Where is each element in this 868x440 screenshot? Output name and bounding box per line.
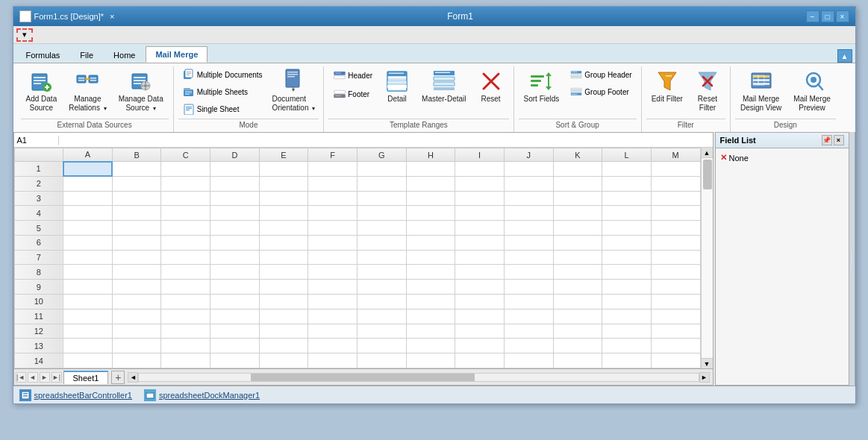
cell-H2[interactable]	[406, 176, 455, 191]
cell-H11[interactable]	[406, 309, 455, 324]
cell-I9[interactable]	[455, 280, 505, 295]
cell-K2[interactable]	[553, 176, 602, 191]
multiple-documents-button[interactable]: Multiple Documents	[178, 66, 267, 83]
cell-M11[interactable]	[651, 309, 700, 324]
cell-M8[interactable]	[651, 265, 700, 280]
cell-H14[interactable]	[406, 353, 455, 368]
manage-data-source-button[interactable]: Manage DataSource ▾	[113, 66, 169, 116]
cell-B6[interactable]	[112, 235, 161, 250]
cell-J14[interactable]	[504, 353, 553, 368]
cell-E6[interactable]	[259, 235, 308, 250]
cell-E4[interactable]	[259, 206, 308, 221]
cell-K12[interactable]	[553, 324, 602, 339]
mail-merge-preview-button[interactable]: Mail MergePreview	[788, 66, 835, 116]
cell-G2[interactable]	[357, 176, 406, 191]
cell-G3[interactable]	[357, 191, 406, 206]
status-item-1[interactable]: spreadsheetBarController1	[19, 389, 132, 401]
cell-G7[interactable]	[357, 250, 406, 265]
cell-M14[interactable]	[651, 353, 700, 368]
cell-F7[interactable]	[308, 250, 357, 265]
cell-K5[interactable]	[553, 221, 602, 236]
cell-J13[interactable]	[504, 339, 553, 353]
cell-B5[interactable]	[112, 221, 161, 236]
cell-J9[interactable]	[504, 280, 553, 295]
cell-I8[interactable]	[455, 265, 505, 280]
footer-button[interactable]: Footer	[328, 85, 378, 103]
cell-I13[interactable]	[455, 339, 505, 353]
cell-K1[interactable]	[553, 162, 602, 177]
cell-M12[interactable]	[651, 324, 700, 339]
cell-G11[interactable]	[357, 309, 406, 324]
h-scroll-track[interactable]	[138, 373, 699, 382]
cell-B8[interactable]	[112, 265, 161, 280]
sheet-tab-sheet1[interactable]: Sheet1	[63, 371, 109, 384]
close-button[interactable]: ×	[836, 10, 849, 22]
cell-I1[interactable]	[455, 162, 505, 177]
group-footer-button[interactable]: Group Footer	[566, 84, 636, 100]
manage-relations-button[interactable]: ManageRelations ▾	[63, 66, 111, 116]
add-sheet-button[interactable]: +	[111, 371, 125, 384]
cell-L13[interactable]	[602, 339, 652, 353]
cell-I2[interactable]	[455, 176, 505, 191]
cell-D9[interactable]	[210, 280, 260, 295]
multiple-sheets-button[interactable]: Multiple Sheets	[178, 84, 267, 100]
cell-A8[interactable]	[63, 265, 113, 280]
cell-L5[interactable]	[602, 221, 652, 236]
cell-B2[interactable]	[112, 176, 161, 191]
cell-M10[interactable]	[651, 295, 700, 309]
tab-home[interactable]: Home	[104, 46, 145, 63]
cell-M6[interactable]	[651, 235, 700, 250]
cell-K8[interactable]	[553, 265, 602, 280]
cell-M3[interactable]	[651, 191, 700, 206]
cell-M13[interactable]	[651, 339, 700, 353]
cell-J12[interactable]	[504, 324, 553, 339]
cell-C9[interactable]	[161, 280, 210, 295]
cell-B3[interactable]	[112, 191, 161, 206]
cell-A13[interactable]	[63, 339, 113, 353]
cell-F2[interactable]	[308, 176, 357, 191]
cell-E1[interactable]	[259, 162, 308, 177]
cell-K4[interactable]	[553, 206, 602, 221]
cell-H7[interactable]	[406, 250, 455, 265]
cell-K3[interactable]	[553, 191, 602, 206]
cell-K13[interactable]	[553, 339, 602, 353]
add-data-source-button[interactable]: Add DataSource	[21, 66, 63, 116]
cell-G5[interactable]	[357, 221, 406, 236]
cell-A9[interactable]	[63, 280, 113, 295]
cell-B14[interactable]	[112, 353, 161, 368]
ribbon-collapse-btn[interactable]: ▲	[837, 49, 852, 63]
cell-L12[interactable]	[602, 324, 652, 339]
cell-E5[interactable]	[259, 221, 308, 236]
sheet-nav-first[interactable]: |◄	[16, 372, 26, 383]
sheet-nav-next[interactable]: ►	[40, 372, 50, 383]
cell-I6[interactable]	[455, 235, 505, 250]
cell-F4[interactable]	[308, 206, 357, 221]
cell-H12[interactable]	[406, 324, 455, 339]
cell-G14[interactable]	[357, 353, 406, 368]
cell-K9[interactable]	[553, 280, 602, 295]
cell-F6[interactable]	[308, 235, 357, 250]
cell-B7[interactable]	[112, 250, 161, 265]
cell-J3[interactable]	[504, 191, 553, 206]
sheet-nav-last[interactable]: ►|	[51, 372, 62, 383]
cell-C2[interactable]	[161, 176, 210, 191]
cell-C11[interactable]	[161, 309, 210, 324]
reset-button[interactable]: Reset	[473, 66, 509, 107]
cell-G6[interactable]	[357, 235, 406, 250]
cell-F5[interactable]	[308, 221, 357, 236]
cell-M7[interactable]	[651, 250, 700, 265]
sheet-nav-prev[interactable]: ◄	[28, 372, 38, 383]
cell-D13[interactable]	[210, 339, 260, 353]
cell-B9[interactable]	[112, 280, 161, 295]
cell-H4[interactable]	[406, 206, 455, 221]
cell-I4[interactable]	[455, 206, 505, 221]
cell-E10[interactable]	[259, 295, 308, 309]
scroll-thumb-v[interactable]	[703, 160, 712, 189]
status-item-2[interactable]: spreadsheetDockManager1	[144, 389, 260, 401]
cell-G10[interactable]	[357, 295, 406, 309]
cell-G12[interactable]	[357, 324, 406, 339]
cell-I5[interactable]	[455, 221, 505, 236]
cell-G4[interactable]	[357, 206, 406, 221]
cell-H1[interactable]	[406, 162, 455, 177]
reset-filter-button[interactable]: ResetFilter	[690, 66, 725, 116]
